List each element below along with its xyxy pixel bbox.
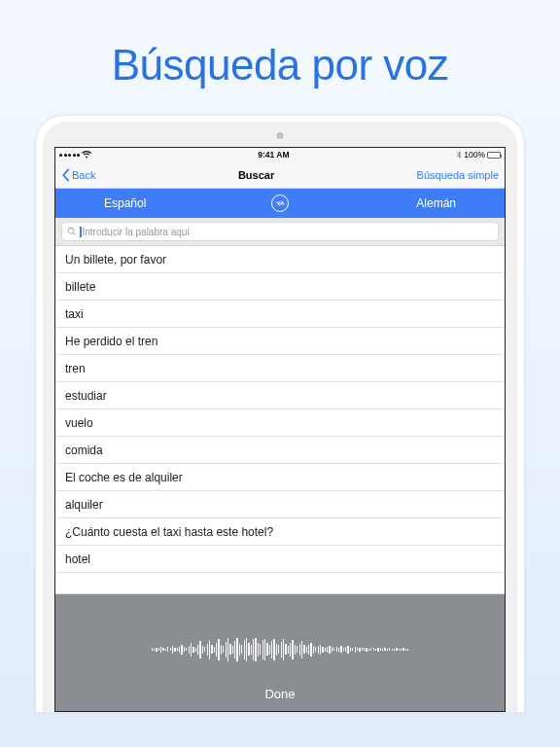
chevron-left-icon [61,168,70,182]
language-bar: Español Alemán [55,189,505,218]
battery-percent: 100% [464,150,485,160]
search-icon [67,227,77,236]
list-item[interactable]: estudiar [55,382,505,409]
list-item[interactable]: comida [55,437,505,464]
search-placeholder: Introducir la palabra aquí [83,227,191,237]
back-label: Back [72,169,95,181]
screen: 9:41 AM 100% Back Buscar Búsqueda simple… [54,147,506,712]
signal-wifi [59,151,91,159]
search-wrapper: Introducir la palabra aquí [55,218,505,246]
list-item[interactable]: tren [55,355,505,382]
text-cursor [80,227,82,237]
list-spacer [55,573,505,594]
wifi-icon [82,151,91,159]
list-item[interactable]: He perdido el tren [55,328,505,355]
search-input[interactable]: Introducir la palabra aquí [61,222,499,241]
list-item[interactable]: ¿Cuánto cuesta el taxi hasta este hotel? [55,518,505,546]
results-list: Un billete, por favor billete taxi He pe… [55,246,505,594]
camera-dot [277,132,284,139]
page-title: Buscar [238,169,274,181]
list-item[interactable]: billete [55,273,505,301]
navigation-bar: Back Buscar Búsqueda simple [55,161,505,189]
swap-languages-button[interactable] [271,195,289,212]
list-item[interactable]: El coche es de alquiler [55,464,505,491]
swap-icon [275,200,286,206]
done-button[interactable]: Done [264,687,295,701]
battery-icon [487,152,501,159]
bluetooth-icon [456,151,462,159]
status-bar: 9:41 AM 100% [55,148,505,161]
list-item[interactable]: hotel [55,546,505,573]
lang-left[interactable]: Español [104,196,146,210]
list-item[interactable]: vuelo [55,409,505,437]
list-item[interactable]: Un billete, por favor [55,246,505,273]
list-item[interactable]: alquiler [55,491,505,518]
tablet-frame: 9:41 AM 100% Back Buscar Búsqueda simple… [35,115,525,713]
lang-right[interactable]: Alemán [416,196,456,210]
status-time: 9:41 AM [258,150,289,160]
hero-title: Búsqueda por voz [0,0,560,115]
list-item[interactable]: taxi [55,301,505,328]
simple-search-button[interactable]: Búsqueda simple [417,169,499,181]
voice-input-panel: Done [55,594,505,711]
back-button[interactable]: Back [61,168,95,182]
waveform [89,633,472,665]
